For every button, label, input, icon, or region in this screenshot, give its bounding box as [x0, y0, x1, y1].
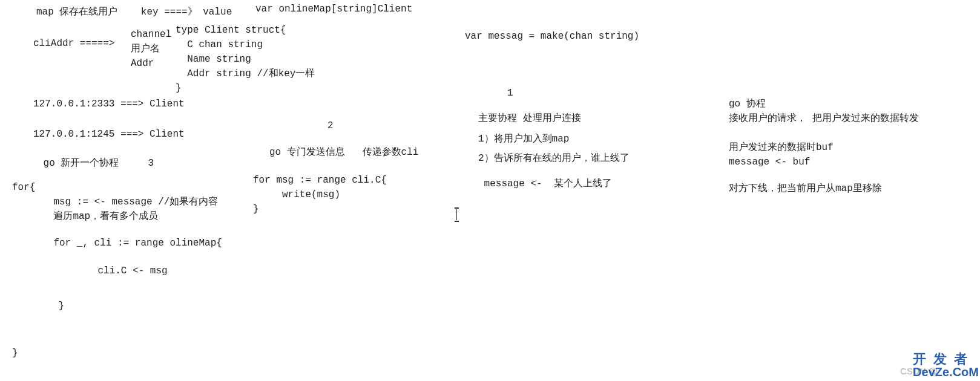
text-step-2-tell-online: 2）告诉所有在线的用户，谁上线了	[478, 151, 630, 166]
text-msg-message: msg := <- message //如果有内容 遍历map，看有多个成员	[30, 195, 218, 224]
text-message-buf: message <- buf	[729, 155, 810, 169]
text-type-client-struct: type Client struct{ C chan string Name s…	[176, 23, 315, 96]
text-for-open: for{	[12, 180, 35, 195]
text-step-1-add-map: 1）将用户加入到map	[478, 132, 569, 146]
text-for-range-olinemap: for _, cli := range olineMap{	[30, 236, 222, 250]
text-for-range-cli-c: for msg := range cli.C{ write(msg) }	[253, 173, 387, 217]
text-var-messag: var messag = make(chan string)	[465, 29, 639, 44]
text-close-brace-inner: }	[35, 299, 64, 313]
watermark-brand-line2: DevZe.CoM	[913, 366, 979, 379]
text-go-goroutine: go 协程	[729, 97, 766, 111]
text-receive-forward: 接收用户的请求， 把用户发过来的数据转发	[729, 111, 919, 126]
text-main-goroutine: 主要协程 处理用户连接	[478, 111, 581, 126]
text-user-data-buf: 用户发过来的数据时buf	[729, 140, 834, 155]
text-ip-1245: 127.0.0.1:1245 ===> Client	[33, 127, 185, 142]
watermark-brand: 开 发 者 DevZe.CoM	[913, 352, 979, 379]
text-go-send-info: go 专门发送信息 传递参数cli	[269, 145, 418, 160]
text-label-1: 1	[478, 86, 513, 100]
text-map-saves-online-users: map 保存在线用户 key ====》 value	[36, 5, 232, 19]
text-close-brace-outer: }	[12, 346, 18, 360]
text-cursor-icon	[456, 209, 457, 220]
text-cli-c-msg: cli.C <- msg	[45, 264, 168, 278]
text-label-2: 2	[269, 119, 334, 133]
text-message-online: message <- 某个人上线了	[478, 177, 612, 191]
watermark-brand-line1: 开 发 者	[913, 351, 969, 366]
text-channel-username-addr: channel 用户名 Addr	[131, 27, 171, 71]
text-cliaddr-arrow: cliAddr =====>	[33, 36, 114, 51]
text-offline-remove-map: 对方下线，把当前用户从map里移除	[729, 181, 882, 196]
text-go-new-goroutine-3: go 新开一个协程 3	[38, 156, 154, 171]
text-ip-2333: 127.0.0.1:2333 ===> Client	[33, 97, 185, 111]
text-var-onlinemap: var onlineMap[string]Client	[255, 2, 412, 16]
